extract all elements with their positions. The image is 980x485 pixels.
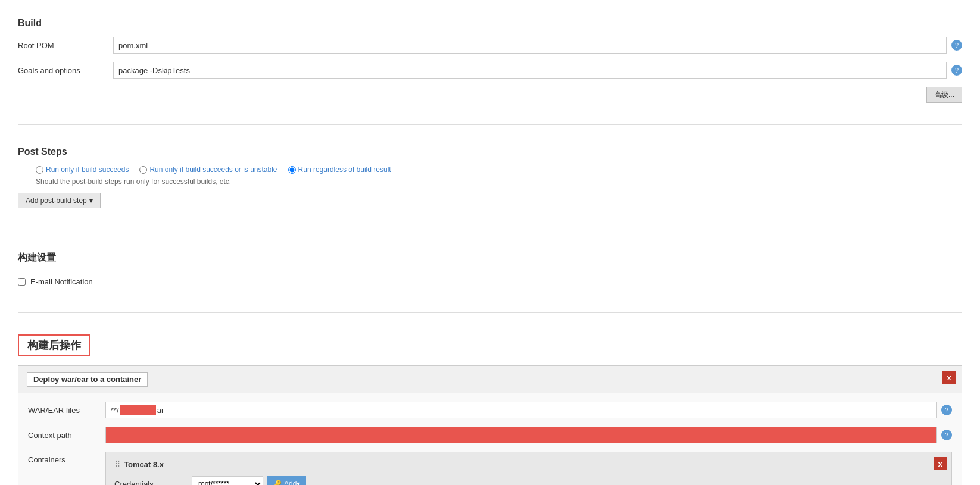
deploy-title: Deploy war/ear to a container	[27, 372, 148, 387]
post-build-action-title: 构建后操作	[18, 334, 90, 356]
divider-2	[18, 230, 962, 230]
dropdown-arrow-icon: ▾	[89, 196, 93, 205]
advanced-button[interactable]: 高级...	[926, 87, 962, 103]
build-settings-title: 构建设置	[18, 252, 962, 264]
divider-3	[18, 312, 962, 313]
build-settings-section: 构建设置 E-mail Notification	[18, 242, 962, 301]
remove-deploy-btn[interactable]: x	[942, 371, 956, 384]
tomcat-title: Tomcat 8.x	[124, 460, 164, 469]
add-post-build-label: Add post-build step	[26, 196, 87, 205]
war-redacted	[120, 405, 156, 415]
add-credentials-btn[interactable]: 🔑 Add▾	[267, 476, 306, 485]
goals-input[interactable]	[113, 62, 947, 79]
goals-row: Goals and options ?	[18, 62, 962, 79]
war-input-wrapper: **/ ar	[105, 402, 937, 418]
credentials-label: Credentials	[114, 480, 192, 486]
email-notification-label: E-mail Notification	[30, 277, 93, 286]
email-notification-checkbox[interactable]	[18, 278, 26, 286]
post-steps-hint: Should the post-build steps run only for…	[18, 177, 962, 186]
add-post-build-btn[interactable]: Add post-build step ▾	[18, 193, 101, 208]
advanced-btn-row: 高级...	[18, 87, 962, 103]
post-steps-title: Post Steps	[18, 146, 962, 157]
context-path-row: Context path ?	[28, 427, 952, 443]
post-steps-section: Post Steps Run only if build succeeds Ru…	[18, 137, 962, 218]
radio-regardless-label: Run regardless of build result	[298, 165, 391, 174]
deploy-header: Deploy war/ear to a container x	[18, 366, 962, 393]
goals-label: Goals and options	[18, 66, 113, 75]
radio-unstable-input[interactable]	[139, 166, 147, 174]
war-prefix: **/	[111, 406, 119, 415]
page-wrapper: Build Root POM ? Goals and options ? 高级.…	[0, 0, 980, 485]
radio-regardless-input[interactable]	[288, 166, 296, 174]
remove-container-btn[interactable]: x	[934, 457, 947, 470]
build-title: Build	[18, 18, 962, 29]
drag-icon: ⠿	[114, 459, 120, 469]
key-icon: 🔑	[273, 480, 282, 485]
post-build-action-section: 构建后操作 Deploy war/ear to a container x WA…	[18, 325, 962, 485]
root-pom-row: Root POM ?	[18, 37, 962, 54]
containers-row: Containers x ⠿ Tomcat 8.x Credentials	[28, 452, 952, 485]
main-content: Build Root POM ? Goals and options ? 高级.…	[0, 0, 980, 485]
root-pom-help-icon[interactable]: ?	[951, 40, 962, 51]
goals-help-icon[interactable]: ?	[951, 65, 962, 76]
radio-build-succeeds[interactable]: Run only if build succeeds	[36, 165, 129, 174]
credentials-row: Credentials root/****** 🔑 Add▾	[114, 476, 943, 485]
divider-1	[18, 124, 962, 125]
build-section: Build Root POM ? Goals and options ? 高级.…	[18, 12, 962, 112]
context-path-help-icon[interactable]: ?	[941, 430, 952, 440]
root-pom-label: Root POM	[18, 41, 113, 50]
radio-group: Run only if build succeeds Run only if b…	[18, 165, 962, 174]
add-cred-label: Add▾	[284, 480, 300, 485]
war-help-icon[interactable]: ?	[941, 405, 952, 415]
container-box: x ⠿ Tomcat 8.x Credentials root/******	[105, 452, 952, 485]
war-ear-label: WAR/EAR files	[28, 406, 105, 415]
radio-succeeds-input[interactable]	[36, 166, 43, 174]
radio-succeeds-label: Run only if build succeeds	[46, 165, 129, 174]
root-pom-input[interactable]	[113, 37, 947, 54]
tomcat-header: ⠿ Tomcat 8.x	[114, 459, 943, 469]
context-path-input[interactable]	[105, 427, 937, 443]
deploy-body: WAR/EAR files **/ ar ? Context path ?	[18, 393, 962, 485]
radio-regardless[interactable]: Run regardless of build result	[288, 165, 391, 174]
deploy-container: Deploy war/ear to a container x WAR/EAR …	[18, 365, 962, 485]
credentials-select[interactable]: root/******	[192, 476, 263, 485]
war-ear-row: WAR/EAR files **/ ar ?	[28, 402, 952, 418]
radio-unstable-label: Run only if build succeeds or is unstabl…	[149, 165, 277, 174]
radio-build-unstable[interactable]: Run only if build succeeds or is unstabl…	[139, 165, 277, 174]
context-path-label: Context path	[28, 431, 105, 440]
war-suffix: ar	[157, 406, 164, 415]
containers-label: Containers	[28, 452, 105, 464]
email-notification-row: E-mail Notification	[18, 273, 962, 291]
